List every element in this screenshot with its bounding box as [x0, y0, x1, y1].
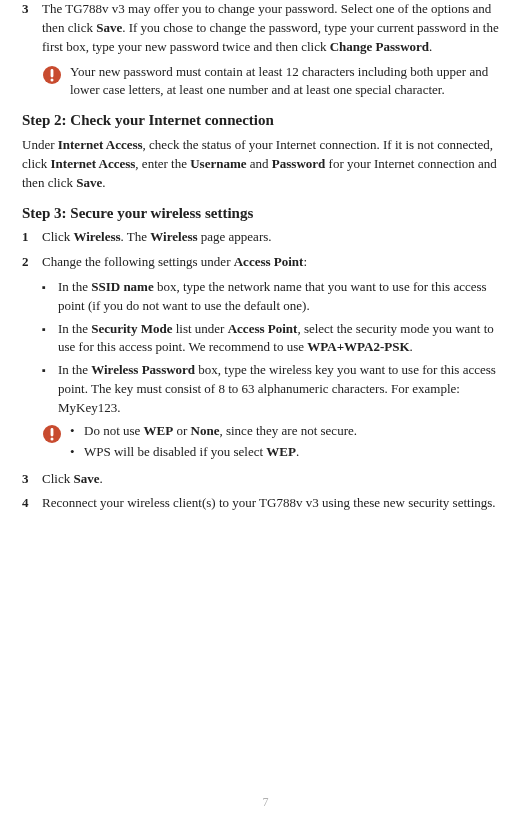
step2-paragraph: Under Internet Access, check the status … [22, 136, 509, 193]
text: Click [42, 229, 73, 244]
note-bullet: • Do not use WEP or None, since they are… [70, 422, 509, 441]
sub-bullet-security: ▪ In the Security Mode list under Access… [42, 320, 509, 358]
bullet-body: In the Wireless Password box, type the w… [58, 361, 509, 418]
step3-heading: Step 3: Secure your wireless settings [22, 203, 509, 225]
bold: Username [190, 156, 246, 171]
step3-item3: 3 Click Save. [22, 470, 509, 489]
text: or [173, 423, 190, 438]
note-text: Your new password must contain at least … [70, 63, 509, 101]
text: , since they are not secure. [219, 423, 357, 438]
note-bullet: • WPS will be disabled if you select WEP… [70, 443, 509, 462]
text: Click [42, 471, 73, 486]
bold: Save [96, 20, 122, 35]
text: . The [121, 229, 151, 244]
bold: SSID name [91, 279, 154, 294]
bold: Save [76, 175, 102, 190]
bullet-body: In the SSID name box, type the network n… [58, 278, 509, 316]
svg-rect-4 [51, 428, 54, 437]
step3-item2: 2 Change the following settings under Ac… [22, 253, 509, 272]
bullet-body: In the Security Mode list under Access P… [58, 320, 509, 358]
text: Change the following settings under [42, 254, 234, 269]
bullet-marker: ▪ [42, 320, 58, 358]
note-list: • Do not use WEP or None, since they are… [70, 422, 509, 464]
bold: WPA+WPA2-PSK [307, 339, 409, 354]
bold: Wireless [73, 229, 120, 244]
svg-point-2 [51, 78, 54, 81]
list-number: 3 [22, 470, 42, 489]
alert-icon [42, 422, 70, 464]
page-number: 7 [0, 794, 531, 811]
list-number: 2 [22, 253, 42, 272]
text: Under [22, 137, 58, 152]
bullet-marker: ▪ [42, 278, 58, 316]
text: . [99, 471, 102, 486]
text: : [303, 254, 307, 269]
note-body: WPS will be disabled if you select WEP. [84, 443, 509, 462]
bold: Security Mode [91, 321, 172, 336]
alert-icon [42, 63, 70, 101]
bold: Change Password [330, 39, 429, 54]
list-number: 1 [22, 228, 42, 247]
list-number: 4 [22, 494, 42, 513]
step3-item4: 4 Reconnect your wireless client(s) to y… [22, 494, 509, 513]
text: . [296, 444, 299, 459]
list-body: Click Save. [42, 470, 509, 489]
text: In the [58, 321, 91, 336]
bold: Wireless [150, 229, 197, 244]
svg-point-5 [51, 437, 54, 440]
text: Do not use [84, 423, 144, 438]
text: In the [58, 362, 91, 377]
bold: Save [73, 471, 99, 486]
list-body: Click Wireless. The Wireless page appear… [42, 228, 509, 247]
sub-bullet-password: ▪ In the Wireless Password box, type the… [42, 361, 509, 418]
text: . [429, 39, 432, 54]
bold: Internet Access [51, 156, 136, 171]
text: . [102, 175, 105, 190]
password-note: Your new password must contain at least … [42, 63, 509, 101]
bold: WEP [266, 444, 296, 459]
dot-marker: • [70, 443, 84, 462]
bold: WEP [144, 423, 174, 438]
text: , enter the [135, 156, 190, 171]
step2-heading: Step 2: Check your Internet connection [22, 110, 509, 132]
list-body: Reconnect your wireless client(s) to you… [42, 494, 509, 513]
bold: Wireless Password [91, 362, 195, 377]
svg-rect-1 [51, 69, 54, 78]
list-body: The TG788v v3 may offer you to change yo… [42, 0, 509, 57]
bold: None [191, 423, 220, 438]
text: In the [58, 279, 91, 294]
bold: Password [272, 156, 325, 171]
step3-item1: 1 Click Wireless. The Wireless page appe… [22, 228, 509, 247]
text: page appears. [198, 229, 272, 244]
step1-item3: 3 The TG788v v3 may offer you to change … [22, 0, 509, 57]
text: and [247, 156, 272, 171]
list-body: Change the following settings under Acce… [42, 253, 509, 272]
bold: Access Point [234, 254, 304, 269]
note-body: Do not use WEP or None, since they are n… [84, 422, 509, 441]
bold: Access Point [228, 321, 298, 336]
text: Reconnect your wireless client(s) to you… [42, 495, 496, 510]
dot-marker: • [70, 422, 84, 441]
text: list under [172, 321, 227, 336]
text: WPS will be disabled if you select [84, 444, 266, 459]
text: . [410, 339, 413, 354]
bold: Internet Access [58, 137, 143, 152]
wireless-security-note: • Do not use WEP or None, since they are… [42, 422, 509, 464]
list-number: 3 [22, 0, 42, 57]
sub-bullet-ssid: ▪ In the SSID name box, type the network… [42, 278, 509, 316]
bullet-marker: ▪ [42, 361, 58, 418]
